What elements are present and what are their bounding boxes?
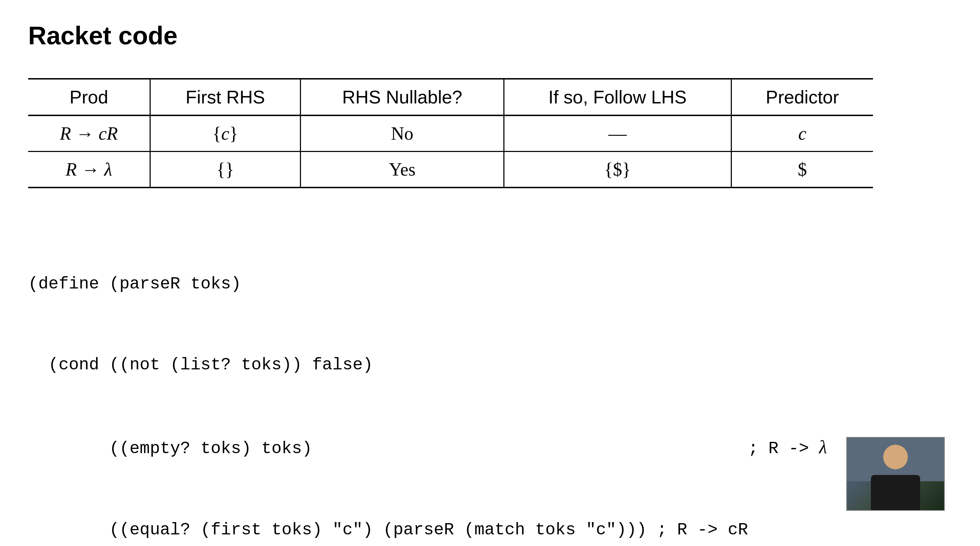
predictor-cell-2: $	[731, 152, 873, 188]
code-line-4: ((equal? (first toks) "c") (parseR (matc…	[28, 516, 952, 544]
table-container: Prod First RHS RHS Nullable? If so, Foll…	[28, 78, 952, 188]
page-container: Racket code Prod First RHS RHS Nullable?…	[0, 0, 980, 546]
code-text-1: (define (parseR toks)	[28, 271, 241, 298]
col-header-first-rhs: First RHS	[150, 79, 300, 115]
follow-cell-2: {$}	[504, 152, 732, 188]
table-header-row: Prod First RHS RHS Nullable? If so, Foll…	[28, 79, 873, 115]
page-title: Racket code	[28, 21, 952, 50]
col-header-predictor: Predictor	[731, 79, 873, 115]
grammar-table: Prod First RHS RHS Nullable? If so, Foll…	[28, 78, 873, 188]
first-rhs-cell-1: {c}	[150, 115, 300, 152]
table-row: R → λ {} Yes {$} $	[28, 152, 873, 188]
code-line-1: (define (parseR toks)	[28, 271, 952, 298]
person-body	[871, 475, 920, 510]
code-line-3: ((empty? toks) toks) ; R -> λ	[28, 432, 952, 462]
code-text-3: ((empty? toks) toks)	[28, 435, 748, 462]
table-row: R → cR {c} No — c	[28, 115, 873, 152]
code-line-2: (cond ((not (list? toks)) false)	[28, 351, 952, 379]
predictor-cell-1: c	[731, 115, 873, 152]
follow-cell-1: —	[504, 115, 732, 152]
code-block: (define (parseR toks) (cond ((not (list?…	[28, 216, 952, 546]
code-text-4: ((equal? (first toks) "c") (parseR (matc…	[28, 516, 748, 544]
prod-cell-2: R → λ	[28, 152, 150, 188]
prod-cell-1: R → cR	[28, 115, 150, 152]
webcam-person	[847, 438, 944, 510]
nullable-cell-1: No	[301, 115, 504, 152]
person-head	[883, 445, 908, 469]
first-rhs-cell-2: {}	[150, 152, 300, 188]
col-header-follow: If so, Follow LHS	[504, 79, 732, 115]
col-header-nullable: RHS Nullable?	[301, 79, 504, 115]
col-header-prod: Prod	[28, 79, 150, 115]
code-text-2: (cond ((not (list? toks)) false)	[28, 351, 373, 379]
code-comment-3: ; R ->	[748, 435, 819, 462]
webcam-thumbnail	[846, 437, 945, 511]
nullable-cell-2: Yes	[301, 152, 504, 188]
